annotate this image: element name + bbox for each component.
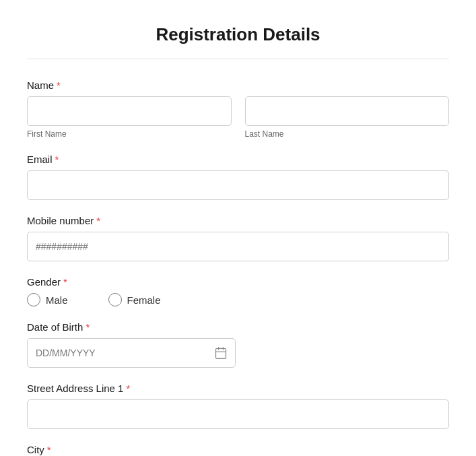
dob-field-group: Date of Birth * (27, 321, 449, 368)
mobile-input[interactable] (27, 232, 449, 261)
gender-male-radio[interactable] (27, 293, 40, 306)
first-name-input[interactable] (27, 96, 232, 126)
street-input[interactable] (27, 399, 449, 429)
gender-label: Gender * (27, 276, 449, 288)
gender-row: Male Female (27, 293, 449, 306)
street-field-group: Street Address Line 1 * (27, 383, 449, 429)
last-name-sublabel: Last Name (245, 129, 450, 139)
city-field-group: City * (27, 444, 449, 455)
gender-required-star: * (63, 276, 67, 288)
page-title: Registration Details (27, 13, 449, 59)
city-label: City * (27, 444, 449, 455)
gender-male-option[interactable]: Male (27, 293, 68, 306)
name-row: First Name Last Name (27, 96, 449, 139)
last-name-col: Last Name (245, 96, 450, 139)
gender-female-radio[interactable] (108, 293, 122, 306)
registration-form: Name * First Name Last Name Email * (27, 79, 449, 455)
email-required-star: * (55, 154, 59, 165)
first-name-sublabel: First Name (27, 129, 232, 139)
dob-input-wrapper (27, 338, 236, 368)
dob-required-star: * (86, 321, 90, 333)
email-label: Email * (27, 154, 449, 165)
page-container: Registration Details Name * First Name L… (0, 0, 476, 456)
email-input[interactable] (27, 170, 449, 200)
name-field-group: Name * First Name Last Name (27, 79, 449, 139)
gender-field-group: Gender * Male Female (27, 276, 449, 306)
street-label: Street Address Line 1 * (27, 383, 449, 394)
name-label: Name * (27, 79, 449, 91)
gender-female-label: Female (127, 294, 161, 306)
last-name-input[interactable] (245, 96, 450, 126)
dob-input[interactable] (27, 338, 236, 368)
email-field-group: Email * (27, 154, 449, 200)
gender-female-option[interactable]: Female (108, 293, 161, 306)
mobile-required-star: * (96, 215, 100, 226)
first-name-col: First Name (27, 96, 232, 139)
name-required-star: * (57, 79, 61, 91)
city-required-star: * (47, 444, 51, 455)
mobile-label: Mobile number * (27, 215, 449, 226)
dob-label: Date of Birth * (27, 321, 449, 333)
mobile-field-group: Mobile number * (27, 215, 449, 261)
gender-male-label: Male (46, 294, 68, 306)
street-required-star: * (126, 383, 130, 394)
